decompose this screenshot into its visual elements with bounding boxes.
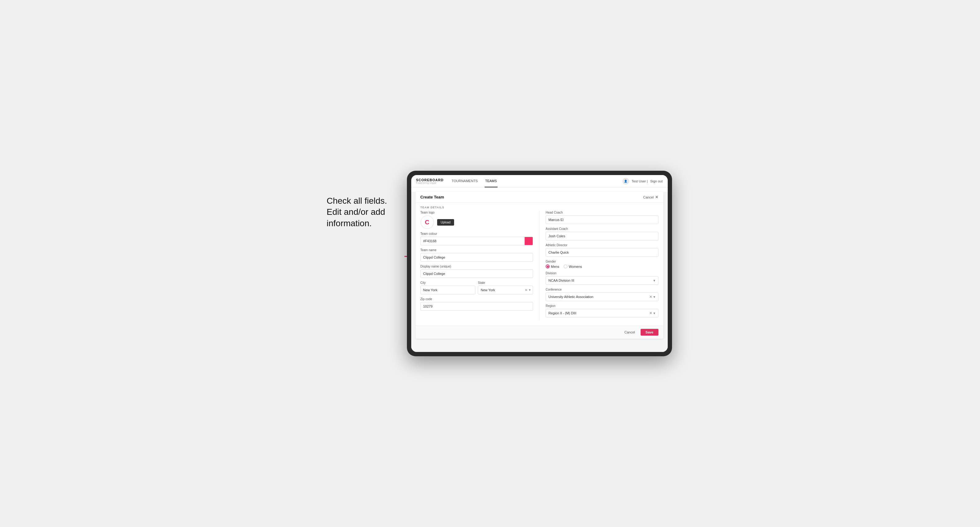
gender-womens-option[interactable]: Womens [563,264,582,268]
close-icon[interactable]: ✕ [655,195,659,199]
city-input[interactable] [420,286,476,294]
region-clear-icon[interactable]: ✕ [649,311,652,315]
team-colour-input[interactable] [420,237,525,245]
nav-right: 👤 Test User | Sign out [622,178,663,185]
logo-letter: C [425,219,429,226]
region-label: Region [546,304,659,308]
athletic-director-group: Athletic Director [546,243,659,257]
zip-group: Zip code [420,297,533,311]
user-avatar: 👤 [622,178,629,185]
create-team-panel: Create Team Cancel ✕ TEAM DETAILS [415,192,663,339]
athletic-director-input[interactable] [546,248,659,257]
gender-radio-group: Mens Womens [546,264,659,268]
conference-clear-icon[interactable]: ✕ [649,295,652,299]
conference-label: Conference [546,288,659,291]
team-name-group: Team name [420,248,533,262]
form-left: Team logo C Upload [420,211,540,321]
city-group: City [420,281,476,294]
panel-footer: Cancel Save [415,325,663,339]
cancel-header-button[interactable]: Cancel ✕ [643,195,658,199]
panel-header: Create Team Cancel ✕ [415,192,663,203]
head-coach-label: Head Coach [546,211,659,214]
logo-circle: C [420,216,434,229]
tablet-frame: SCOREBOARD Powered by clippd TOURNAMENTS… [407,171,672,356]
nav-item-tournaments[interactable]: TOURNAMENTS [451,175,479,187]
gender-womens-radio[interactable] [563,264,568,268]
state-select-wrapper: New York ✕ ▼ [478,286,533,294]
city-label: City [420,281,476,284]
nav-item-teams[interactable]: TEAMS [485,175,498,187]
conference-select[interactable]: University Athletic Association [546,292,659,301]
gender-label: Gender [546,260,659,263]
left-annotation: Check all fields. Edit and/or add inform… [327,195,401,229]
section-label: TEAM DETAILS [415,203,663,211]
gender-womens-label: Womens [569,265,582,268]
cancel-text: Cancel [643,195,654,199]
region-group: Region Region II - (M) DIII ✕ ▼ [546,304,659,317]
team-name-label: Team name [420,248,533,252]
assistant-coach-input[interactable] [546,232,659,240]
conference-group: Conference University Athletic Associati… [546,288,659,301]
state-clear-icon[interactable]: ✕ [525,288,527,292]
division-select-wrapper: NCAA Division III ▼ [546,276,659,285]
main-content: Create Team Cancel ✕ TEAM DETAILS [411,192,668,352]
form-body: Team logo C Upload [415,211,663,325]
state-label: State [478,281,533,284]
assistant-coach-group: Assistant Coach [546,227,659,240]
logo-sub-text: Powered by clippd [416,182,444,184]
annotation-line1: Check all fields. [327,196,387,206]
gender-mens-label: Mens [551,265,559,268]
color-swatch[interactable] [524,237,533,245]
team-logo-area: C Upload [420,216,533,229]
nav-items: TOURNAMENTS TEAMS [451,175,622,187]
zip-label: Zip code [420,297,533,301]
team-name-input[interactable] [420,253,533,262]
division-label: Division [546,271,659,275]
state-group: State New York ✕ ▼ [478,281,533,294]
head-coach-group: Head Coach [546,211,659,224]
gender-mens-option[interactable]: Mens [546,264,559,268]
division-select[interactable]: NCAA Division III [546,276,659,285]
head-coach-input[interactable] [546,216,659,224]
tablet-screen: SCOREBOARD Powered by clippd TOURNAMENTS… [411,175,668,352]
division-group: Division NCAA Division III ▼ [546,271,659,285]
team-logo-group: Team logo C Upload [420,211,533,229]
conference-select-wrapper: University Athletic Association ✕ ▼ [546,292,659,301]
assistant-coach-label: Assistant Coach [546,227,659,230]
footer-save-button[interactable]: Save [641,329,659,336]
annotation-line3: information. [327,219,372,228]
signout-link[interactable]: Sign out [650,179,662,183]
gender-mens-radio[interactable] [546,264,550,268]
region-select[interactable]: Region II - (M) DIII [546,309,659,317]
team-colour-group: Team colour [420,232,533,245]
team-colour-label: Team colour [420,232,533,235]
team-logo-label: Team logo [420,211,533,214]
display-name-label: Display name (unique) [420,265,533,268]
zip-input[interactable] [420,302,533,311]
color-input-row [420,237,533,245]
display-name-group: Display name (unique) [420,265,533,278]
footer-cancel-button[interactable]: Cancel [622,329,638,336]
user-label: Test User | [632,179,648,183]
logo-main-text: SCOREBOARD [416,178,444,182]
panel-title: Create Team [420,195,444,199]
app-logo: SCOREBOARD Powered by clippd [416,178,444,184]
athletic-director-label: Athletic Director [546,243,659,247]
upload-button[interactable]: Upload [437,219,454,225]
display-name-input[interactable] [420,269,533,278]
gender-group: Gender Mens Womens [546,260,659,268]
city-state-row: City State New York [420,281,533,297]
region-select-wrapper: Region II - (M) DIII ✕ ▼ [546,309,659,317]
annotation-line2: Edit and/or add [327,207,385,217]
form-right: Head Coach Assistant Coach [539,211,659,321]
nav-bar: SCOREBOARD Powered by clippd TOURNAMENTS… [411,175,668,187]
